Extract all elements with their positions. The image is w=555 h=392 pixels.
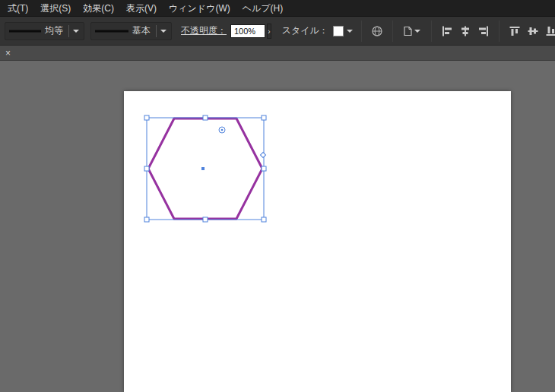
opacity-link[interactable]: 不透明度： [181, 24, 227, 37]
control-bar: 均等 基本 不透明度： › スタイル： [0, 17, 555, 46]
selection-handle[interactable] [262, 115, 266, 120]
align-right-icon [478, 26, 489, 36]
align-left-icon [442, 26, 452, 36]
style-swatch-button[interactable] [333, 26, 354, 36]
menu-bar: 式(T) 選択(S) 効果(C) 表示(V) ウィンドウ(W) ヘルプ(H) [0, 0, 555, 17]
align-center-vertical-button[interactable] [525, 22, 541, 40]
document-icon [402, 26, 413, 36]
selection-handle[interactable] [144, 115, 149, 120]
divider [156, 25, 157, 37]
selection-bounding-box [147, 118, 264, 220]
document-tab-close-button[interactable]: × [0, 46, 16, 61]
corner-radius-widget[interactable] [219, 127, 225, 133]
divider [361, 21, 362, 42]
globe-button[interactable] [369, 22, 385, 40]
menu-effect[interactable]: 効果(C) [77, 0, 120, 17]
chevron-down-icon [160, 30, 166, 33]
divider [392, 21, 393, 42]
opacity-input[interactable] [230, 24, 265, 38]
brush-preview-icon [94, 28, 129, 34]
menu-view[interactable]: 表示(V) [120, 0, 163, 17]
align-center-vertical-icon [528, 26, 538, 36]
align-center-horizontal-button[interactable] [457, 22, 474, 40]
selection-handle[interactable] [144, 166, 149, 171]
selection-handle[interactable] [203, 217, 208, 222]
opacity-dropdown-button[interactable]: › [267, 24, 271, 39]
selection-handle[interactable] [262, 217, 266, 222]
selection-handle[interactable] [203, 115, 208, 120]
chevron-down-icon [73, 30, 79, 33]
stroke-profile-select[interactable]: 均等 [5, 22, 84, 40]
selection-handle[interactable] [262, 166, 266, 171]
menu-help[interactable]: ヘルプ(H) [236, 0, 290, 17]
align-left-button[interactable] [439, 22, 455, 40]
horizontal-align-group [439, 22, 492, 40]
divider [499, 21, 500, 42]
brush-label: 基本 [132, 24, 151, 37]
shape-center-point[interactable] [201, 167, 205, 170]
stroke-profile-preview-icon [8, 28, 42, 34]
align-top-button[interactable] [506, 22, 523, 40]
align-bottom-button[interactable] [543, 22, 555, 40]
stroke-profile-label: 均等 [45, 24, 63, 37]
align-bottom-icon [546, 26, 555, 36]
align-right-button[interactable] [475, 22, 492, 40]
shape-side-widget[interactable] [260, 152, 265, 157]
chevron-down-icon [347, 30, 353, 33]
vertical-align-group [506, 22, 555, 40]
selection-overlay [0, 61, 555, 392]
canvas-area [0, 61, 555, 392]
align-center-horizontal-icon [460, 26, 471, 36]
divider [431, 21, 432, 42]
menu-window[interactable]: ウィンドウ(W) [163, 0, 236, 17]
brush-definition-select[interactable]: 基本 [90, 22, 172, 40]
style-label: スタイル： [282, 24, 328, 37]
menu-select[interactable]: 選択(S) [34, 0, 77, 17]
chevron-down-icon [414, 30, 420, 33]
style-swatch [333, 26, 344, 36]
align-top-icon [509, 26, 520, 36]
document-tab-strip: × [0, 46, 555, 61]
document-options-button[interactable] [400, 22, 424, 40]
menu-type[interactable]: 式(T) [2, 0, 34, 17]
divider [68, 25, 69, 37]
globe-icon [371, 25, 383, 37]
hexagon-shape[interactable] [148, 119, 262, 219]
selection-handle[interactable] [144, 217, 149, 222]
